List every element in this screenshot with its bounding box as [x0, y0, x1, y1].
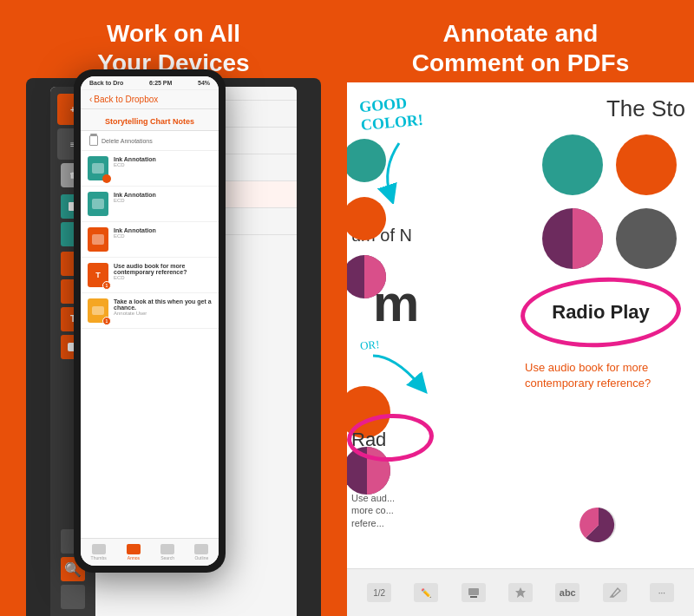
toolbar-highlight[interactable] [462, 583, 486, 602]
nav-title-bar: Storytelling Chart Notes [81, 109, 219, 131]
mini-pie-chart [577, 503, 620, 547]
badge: 1 [102, 281, 111, 290]
phone-mockup: Back to Dro 6:25 PM 54% ‹ Back to Dropbo… [74, 69, 226, 573]
annot-text: Take a look at this when you get a chanc… [114, 298, 212, 316]
pdf-area: The Sto GOOD COLOR! um of N [347, 82, 694, 616]
annot-text: Use audio book for more contemporary ref… [114, 263, 212, 280]
arrow-annotation-2 [369, 351, 429, 395]
pencil-icon: ✏️ [414, 583, 438, 602]
status-time: 6:25 PM [149, 80, 172, 86]
circle-teal [542, 134, 603, 195]
text-icon: abc [555, 583, 579, 602]
phone-screen: Back to Dro 6:25 PM 54% ‹ Back to Dropbo… [81, 76, 219, 566]
handwritten-annotation: GOOD COLOR! [358, 93, 423, 134]
phone-navbar: ‹ Back to Dropbox [81, 90, 219, 109]
right-title-line2: Comment on PDFs [412, 49, 629, 76]
annot-thumb [88, 192, 108, 216]
annotation-item[interactable]: Ink Annotation ECD [81, 187, 219, 222]
pdf-title: The Sto [606, 95, 685, 122]
left-panel: Work on All Your Devices + ≡ 🗑 [0, 0, 347, 616]
annot-text: Ink Annotation ECD [114, 156, 212, 167]
thumbs-icon [92, 544, 106, 554]
circle-purple [542, 208, 603, 269]
annotation-item[interactable]: T 1 Use audio book for more contemporary… [81, 258, 219, 293]
badge [102, 174, 111, 183]
pie-svg [577, 503, 620, 547]
annot-thumb [88, 156, 108, 180]
action-bar[interactable]: Delete Annotations [81, 131, 219, 151]
pdf-toolbar: 1/2 ✏️ [347, 568, 694, 616]
toolbar-text[interactable]: abc [555, 583, 579, 602]
action-label: Delete Annotations [101, 138, 153, 144]
pdf-letter-m: m [373, 273, 419, 333]
desktop-mockup: + ≡ 🗑 T [9, 78, 338, 616]
toolbar-page-num: 1/2 [367, 583, 391, 602]
more-icon: ··· [650, 583, 674, 602]
right-panel: Annotate and Comment on PDFs The Sto GOO… [347, 0, 694, 616]
comment-bubble: Use audio book for more contemporary ref… [525, 360, 685, 391]
radio-play-text: Radio Play [552, 301, 649, 324]
radio-play-container: Radio Play [520, 278, 681, 347]
nav-back-label: Back to Dropbox [94, 95, 158, 104]
annot-text: Ink Annotation ECD [114, 192, 212, 203]
nav-back-button[interactable]: ‹ Back to Dropbox [89, 95, 158, 104]
svg-rect-2 [470, 596, 477, 598]
svg-rect-1 [468, 588, 479, 595]
page-num-box: 1/2 [367, 583, 391, 602]
tab-outline[interactable]: Outline [194, 544, 208, 560]
tab-thumbs[interactable]: Thumbs [91, 544, 107, 560]
annot-text: Ink Annotation ECD [114, 227, 212, 239]
use-audio-partial: Use aud... more co... refere... [351, 492, 395, 529]
comment-text: Use audio book for more contemporary ref… [525, 360, 685, 391]
app-container: Work on All Your Devices + ≡ 🗑 [0, 0, 694, 616]
svg-marker-3 [515, 587, 526, 598]
annotation-item[interactable]: Ink Annotation ECD [81, 151, 219, 187]
phone-status-bar: Back to Dro 6:25 PM 54% [81, 76, 219, 90]
toolbar-stamp[interactable] [508, 583, 533, 602]
highlight-icon [462, 583, 486, 602]
toolbar-pencil[interactable]: ✏️ [414, 583, 438, 602]
annotation-item[interactable]: 1 Take a look at this when you get a cha… [81, 293, 219, 329]
search-icon [160, 544, 174, 554]
annotation-item[interactable]: Ink Annotation ECD [81, 222, 219, 258]
circle-orange [616, 134, 677, 195]
toolbar-pen[interactable] [603, 583, 627, 602]
tab-annos[interactable]: Annos [127, 544, 141, 560]
stamp-icon [508, 583, 533, 602]
pen-icon [603, 583, 627, 602]
right-title: Annotate and Comment on PDFs [412, 19, 629, 77]
annos-icon [127, 544, 141, 554]
toolbar-more[interactable]: ··· [650, 583, 674, 602]
status-battery: 54% [198, 80, 210, 86]
circles-grid [542, 134, 677, 269]
arrow-annotation [373, 134, 442, 204]
right-title-line1: Annotate and [443, 20, 599, 47]
circle-gray [616, 208, 677, 269]
back-chevron-icon: ‹ [89, 95, 92, 104]
pdf-content: The Sto GOOD COLOR! um of N [347, 82, 694, 616]
left-title-line1: Work on All [107, 20, 240, 47]
trash-icon [89, 135, 98, 146]
phone-bottom-tabs: Thumbs Annos Search Outline [81, 538, 219, 566]
annot-thumb: 1 [88, 298, 108, 323]
annot-thumb [88, 227, 108, 252]
outline-icon [194, 544, 208, 554]
nav-title: Storytelling Chart Notes [105, 117, 194, 126]
status-left: Back to Dro [89, 80, 123, 86]
page-num: 1/2 [373, 588, 385, 598]
sidebar-icon-list[interactable] [61, 585, 85, 609]
annot-thumb: T 1 [88, 263, 108, 287]
tab-search[interactable]: Search [160, 544, 174, 560]
annotation-list: Ink Annotation ECD Ink Annotation EC [81, 151, 219, 538]
badge: 1 [102, 317, 111, 325]
